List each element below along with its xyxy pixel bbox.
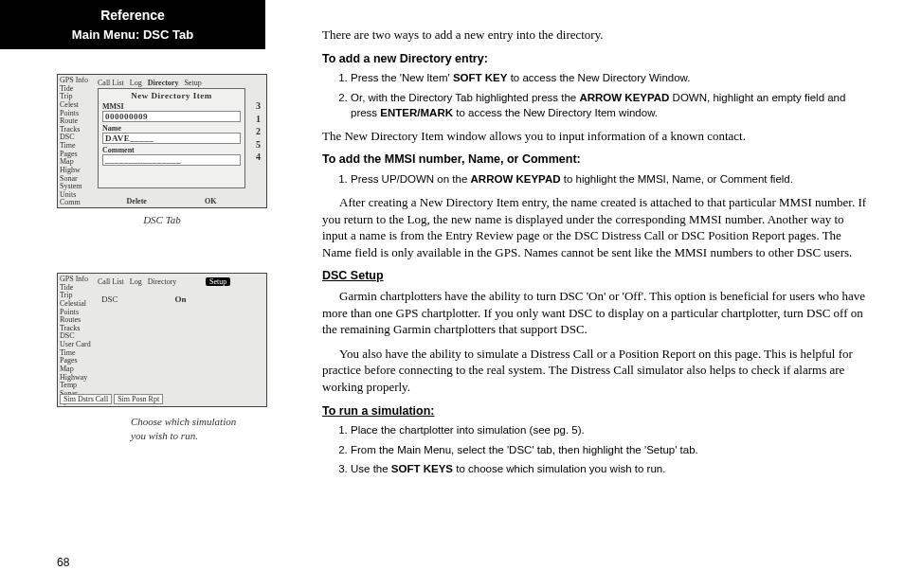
paragraph: There are two ways to add a new entry in… xyxy=(322,27,867,44)
new-directory-dialog: New Directory Item MMSI 000000009 Name D… xyxy=(98,88,245,188)
sidebar-item: Pages xyxy=(60,357,94,365)
num: 4 xyxy=(256,151,261,164)
screenshot-new-directory: GPS Info Tide Trip Celest Points Route T… xyxy=(57,74,267,208)
sidebar-item: Route xyxy=(60,117,94,126)
tab: Call List xyxy=(98,79,124,87)
sidebar-item: Units xyxy=(60,191,94,200)
num: 2 xyxy=(256,125,261,138)
dsc-value: On xyxy=(175,294,187,304)
heading-add-mmsi: To add the MMSI number, Name, or Comment… xyxy=(322,151,867,168)
sidebar-item: Celestial xyxy=(60,300,94,309)
paragraph: The New Directory Item window allows you… xyxy=(322,128,867,145)
sidebar-item: DSC xyxy=(60,134,94,142)
sim-posn-softkey: Sim Posn Rpt xyxy=(114,394,163,404)
sidebar-item: Points xyxy=(60,110,94,118)
sidebar-item: Routes xyxy=(60,316,94,325)
sidebar-item: Trip xyxy=(60,292,94,300)
caption-line: Choose which simulation xyxy=(131,416,236,427)
dsc-toggle-row: DSC On xyxy=(101,294,187,304)
sidebar-item: Time xyxy=(60,142,94,151)
screenshot-dsc-setup: GPS Info Tide Trip Celestial Points Rout… xyxy=(57,273,267,407)
menu-sidebar: GPS Info Tide Trip Celestial Points Rout… xyxy=(60,276,94,407)
figure-dsc-setup: GPS Info Tide Trip Celestial Points Rout… xyxy=(57,273,267,443)
name-label: Name xyxy=(102,124,241,133)
figure-caption: Choose which simulation you wish to run. xyxy=(131,415,267,443)
sidebar-item: Points xyxy=(60,309,94,317)
sidebar-item: Tide xyxy=(60,284,94,293)
sim-softkeys: Sim Dstrs Call Sim Posn Rpt xyxy=(60,394,163,404)
section-header: Reference Main Menu: DSC Tab xyxy=(0,0,265,49)
sidebar-item: Highw xyxy=(60,167,94,175)
sidebar-item: Time xyxy=(60,349,94,358)
steps-add-mmsi: Press UP/DOWN on the ARROW KEYPAD to hig… xyxy=(322,171,867,187)
figure-caption: DSC Tab xyxy=(57,214,267,225)
caption-line: you wish to run. xyxy=(131,430,198,441)
dialog-title: New Directory Item xyxy=(102,91,241,100)
sidebar-item: Comm xyxy=(60,199,94,207)
mmsi-value: 000000009 xyxy=(102,111,241,122)
name-value: DAVE_____ xyxy=(102,133,241,144)
top-tabs: Call List Log Directory Setup xyxy=(98,79,202,87)
step: Press UP/DOWN on the ARROW KEYPAD to hig… xyxy=(351,171,867,187)
sidebar-item: Map xyxy=(60,365,94,374)
sidebar-item: Map xyxy=(60,158,94,167)
mmsi-label: MMSI xyxy=(102,102,241,111)
num: 3 xyxy=(256,99,261,113)
sidebar-item: GPS Info xyxy=(60,77,94,85)
header-line2: Main Menu: DSC Tab xyxy=(0,27,265,42)
step: Or, with the Directory Tab highlighted p… xyxy=(351,90,867,120)
tab: Setup xyxy=(184,79,201,87)
figure-dsc-tab: GPS Info Tide Trip Celest Points Route T… xyxy=(57,74,267,225)
sidebar-item: Temp xyxy=(60,382,94,390)
sidebar-item: GPS Info xyxy=(60,276,94,284)
tab: Log xyxy=(130,277,142,286)
tab: Directory xyxy=(148,277,177,286)
comment-value: ________________ xyxy=(102,154,241,166)
sidebar-item: User Card xyxy=(60,341,94,349)
sidebar-item: Trip xyxy=(60,93,94,101)
tab: Log xyxy=(130,79,142,87)
top-tabs: Call List Log Directory xyxy=(98,277,176,286)
body-text: There are two ways to add a new entry in… xyxy=(322,27,867,484)
ok-softkey: OK xyxy=(205,197,216,205)
tab: Call List xyxy=(98,277,124,286)
tab: Directory xyxy=(148,79,179,87)
num: 1 xyxy=(256,113,261,126)
step: Press the 'New Item' SOFT KEY to access … xyxy=(351,70,867,85)
sidebar-item: Celest xyxy=(60,101,94,110)
heading-run-simulation: To run a simulation: xyxy=(322,403,867,419)
sidebar-item: System xyxy=(60,183,94,191)
step: From the Main Menu, select the 'DSC' tab… xyxy=(351,442,867,457)
sidebar-item: Pages xyxy=(60,151,94,159)
num: 5 xyxy=(256,138,261,151)
setup-tab-selected: Setup xyxy=(206,277,230,286)
step: Use the SOFT KEYS to choose which simula… xyxy=(351,461,867,476)
heading-add-directory: To add a new Directory entry: xyxy=(322,51,867,67)
sim-distress-softkey: Sim Dstrs Call xyxy=(60,394,112,404)
sidebar-item: Highway xyxy=(60,374,94,383)
menu-sidebar: GPS Info Tide Trip Celest Points Route T… xyxy=(60,77,94,208)
sidebar-item: Units xyxy=(60,406,94,407)
heading-dsc-setup: DSC Setup xyxy=(322,268,867,284)
sidebar-item: Tide xyxy=(60,85,94,94)
steps-add-directory: Press the 'New Item' SOFT KEY to access … xyxy=(322,70,867,119)
sidebar-item: DSC xyxy=(60,332,94,341)
page-number: 68 xyxy=(57,556,69,569)
delete-softkey: Delete xyxy=(127,197,147,205)
sidebar-item: Tracks xyxy=(60,126,94,134)
paragraph: You also have the ability to simulate a … xyxy=(322,346,867,396)
sidebar-item: Tracks xyxy=(60,325,94,333)
paragraph: Garmin chartplotters have the ability to… xyxy=(322,288,867,338)
step: Place the chartplotter into simulation (… xyxy=(351,422,867,437)
sidebar-item: Alarm xyxy=(60,207,94,208)
paragraph: After creating a New Directory Item entr… xyxy=(322,194,867,260)
dsc-label: DSC xyxy=(101,294,118,304)
header-line1: Reference xyxy=(0,8,265,23)
comment-label: Comment xyxy=(102,146,241,154)
soft-key-bar: Delete OK xyxy=(98,197,245,205)
right-numbers: 3 1 2 5 4 xyxy=(256,99,261,164)
sidebar-item: Sonar xyxy=(60,175,94,184)
steps-run-simulation: Place the chartplotter into simulation (… xyxy=(322,422,867,475)
